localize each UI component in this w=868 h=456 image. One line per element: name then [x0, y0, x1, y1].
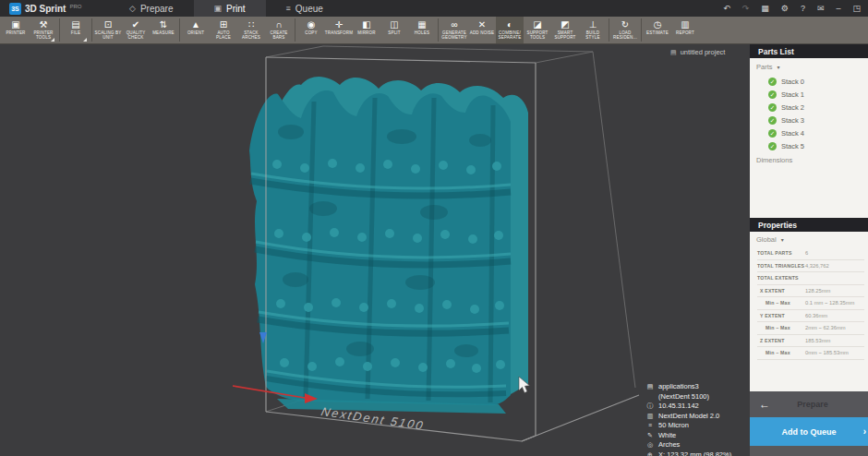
- toolbar-button-transform[interactable]: ✛ Transform: [325, 17, 353, 43]
- add-to-queue-button[interactable]: Add to Queue ›: [750, 417, 868, 446]
- status-icon: ≡: [646, 421, 654, 431]
- property-value: 4,326,762: [805, 263, 829, 269]
- toolbar-button-load-resident[interactable]: ↻ Load Residen...: [611, 17, 639, 43]
- toolbar-button-create-bars[interactable]: ∩ Create Bars: [265, 17, 293, 43]
- toolbar-divider[interactable]: [59, 18, 60, 42]
- toolbar-icon: ▦: [417, 19, 426, 30]
- toolbar-button-build-style[interactable]: ⊥ Build Style: [579, 17, 607, 43]
- toolbar-button-support-tools[interactable]: ◪ Support Tools: [524, 17, 551, 43]
- parts-item-label: Stack 4: [781, 129, 804, 138]
- toolbar-label: Copy: [305, 30, 318, 35]
- parts-item-stack-2[interactable]: ✓ Stack 2: [756, 101, 868, 114]
- toolbar-divider[interactable]: [295, 18, 295, 42]
- toolbar-icon: ▤: [71, 19, 79, 30]
- tab-icon: ▣: [214, 4, 223, 13]
- toolbar-label: Mirror: [357, 30, 375, 35]
- status-icon: ⓘ: [646, 402, 654, 412]
- property-value: 0.1 mm ~ 128.35mm: [805, 300, 854, 306]
- toolbar-button-scaling-by-unit[interactable]: ⊡ Scaling by Unit: [94, 17, 122, 43]
- status-text: X: 123.32 mm (98.82%): [658, 450, 731, 456]
- toolbar-label: Holes: [415, 30, 429, 35]
- tab-print[interactable]: ▣ Print: [194, 0, 266, 17]
- parts-item-stack-1[interactable]: ✓ Stack 1: [756, 88, 868, 101]
- undo-icon[interactable]: ↶: [723, 5, 730, 13]
- property-value: 128.25mm: [805, 288, 830, 294]
- apps-icon[interactable]: ▦: [761, 5, 769, 13]
- chevron-down-icon: ▾: [778, 64, 780, 70]
- status-text: (NextDent 5100): [658, 392, 709, 402]
- tab-prepare[interactable]: ◇ Prepare: [109, 0, 194, 17]
- status-text: White: [658, 431, 676, 441]
- toolbar-button-auto-place[interactable]: ⊞ Auto Place: [210, 17, 237, 43]
- status-text: 10.45.31.142: [658, 402, 699, 412]
- toolbar-divider[interactable]: [609, 18, 609, 42]
- toolbar-divider[interactable]: [438, 18, 439, 42]
- toolbar-button-printer-tools[interactable]: ⚒ Printer Tools: [30, 17, 57, 43]
- property-label: Min ~ Max: [757, 350, 805, 355]
- toolbar-button-mirror[interactable]: ◧ Mirror: [353, 17, 380, 43]
- toolbar-icon: ◩: [561, 19, 569, 30]
- toolbar-icon: ◫: [390, 19, 398, 30]
- toolbar-button-orient[interactable]: ▲ Orient: [182, 17, 210, 43]
- toolbar-label: File: [71, 30, 80, 35]
- toolbar-divider[interactable]: [641, 18, 642, 42]
- settings-icon[interactable]: ⚙: [781, 5, 789, 13]
- toolbar-label: Stack Arches: [237, 30, 265, 40]
- minimize-icon[interactable]: –: [836, 5, 840, 13]
- property-value: 185.53mm: [805, 338, 830, 343]
- toolbar-button-holes[interactable]: ▦ Holes: [408, 17, 436, 43]
- printer-status-block: ▤ applications3 (NextDent 5100) ⓘ 10.45.…: [646, 382, 731, 456]
- parts-item-stack-0[interactable]: ✓ Stack 0: [756, 75, 868, 88]
- property-value: 60.36mm: [805, 313, 827, 318]
- parts-item-stack-4[interactable]: ✓ Stack 4: [756, 126, 868, 139]
- property-label: Total Extents: [757, 275, 805, 281]
- toolbar-button-printer[interactable]: ▣ Printer: [2, 17, 30, 43]
- properties-group-toggle[interactable]: Global ▾: [750, 235, 868, 244]
- help-icon[interactable]: ?: [801, 5, 805, 13]
- messages-icon[interactable]: ✉: [817, 5, 825, 13]
- toolbar-button-combine-separate[interactable]: ◐ Combine/ Separate: [496, 17, 524, 43]
- property-label: Y Extent: [757, 313, 805, 318]
- window-icon[interactable]: ◳: [852, 5, 861, 13]
- toolbar-divider[interactable]: [179, 18, 180, 42]
- toolbar-label: Measure: [152, 30, 175, 35]
- window-controls: ↶ ↷ ▦ ⚙ ? ✉ – ◳: [723, 5, 868, 13]
- toolbar-button-report[interactable]: ▥ Report: [671, 17, 699, 43]
- build-scene: NextDent 5100: [0, 44, 750, 456]
- toolbar-icon: ◐: [507, 19, 512, 30]
- app-badge: PRO: [69, 4, 81, 9]
- toolbar-button-add-noise[interactable]: ✕ Add Noise: [468, 17, 496, 43]
- toolbar-button-file[interactable]: ▤ File: [62, 17, 90, 43]
- toolbar-button-stack-arches[interactable]: ∷ Stack Arches: [237, 17, 265, 43]
- tab-queue[interactable]: ≡ Queue: [266, 0, 344, 17]
- status-profile: ◎ Arches: [646, 440, 731, 450]
- dimensions-label[interactable]: Dimensions: [756, 156, 868, 164]
- toolbar-button-measure[interactable]: ⇅ Measure: [150, 17, 177, 43]
- parts-item-label: Stack 0: [781, 78, 804, 86]
- chevron-down-icon: ▾: [781, 236, 784, 243]
- toolbar-label: Support Tools: [524, 30, 551, 40]
- toolbar-button-copy[interactable]: ◉ Copy: [297, 17, 325, 43]
- toolbar-button-generate-geometry[interactable]: ∞ Generate Geometry: [440, 17, 468, 43]
- property-total-extents: Total Extents: [757, 272, 864, 285]
- toolbar-button-estimate[interactable]: ◷ Estimate: [644, 17, 671, 43]
- tab-icon: ≡: [286, 4, 291, 13]
- toolbar-icon: ∷: [248, 19, 254, 30]
- toolbar-icon: ⚒: [40, 19, 48, 30]
- viewport-3d[interactable]: NextDent 5100 ▤ untitled project ▤ appli…: [0, 44, 750, 456]
- redo-icon[interactable]: ↷: [742, 5, 750, 13]
- status-material: ▥ NextDent Model 2.0: [646, 412, 731, 422]
- parts-item-stack-3[interactable]: ✓ Stack 3: [756, 114, 868, 126]
- toolbar-divider[interactable]: [91, 18, 92, 42]
- property-value: 2mm ~ 62.36mm: [805, 325, 846, 330]
- parts-item-label: Stack 5: [781, 142, 804, 150]
- toolbar-icon: ⇅: [160, 19, 167, 30]
- toolbar-button-quality-check[interactable]: ✔ Quality Check: [122, 17, 150, 43]
- parts-item-stack-5[interactable]: ✓ Stack 5: [756, 139, 868, 152]
- property-z-extent: Z Extent 185.53mm: [757, 335, 864, 348]
- toolbar-label: Auto Place: [210, 30, 237, 40]
- toolbar-button-split[interactable]: ◫ Split: [380, 17, 408, 43]
- toolbar-button-smart-support[interactable]: ◩ Smart Support: [551, 17, 579, 43]
- parts-group-toggle[interactable]: Parts ▾: [756, 63, 868, 71]
- back-to-prepare-button[interactable]: ← Prepare: [750, 391, 868, 417]
